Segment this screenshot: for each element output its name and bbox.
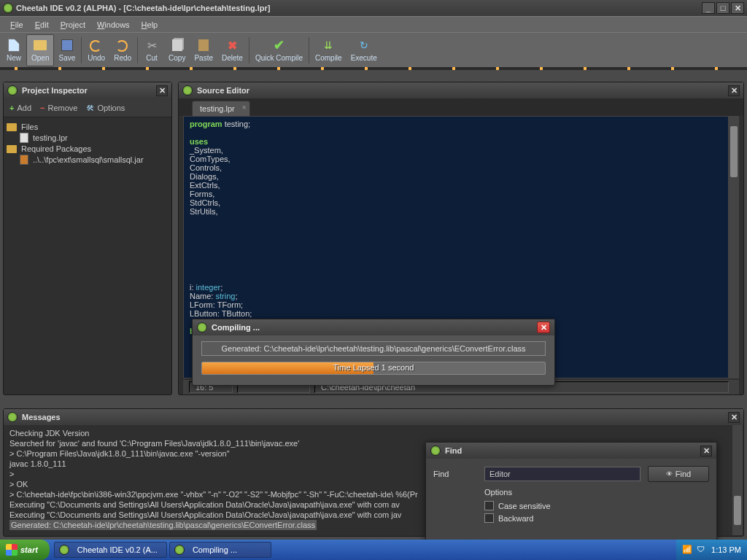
- cheetah-icon: [7, 85, 18, 96]
- toolbar: New Open Save Undo Redo ✂Cut Copy Paste …: [0, 32, 747, 67]
- menu-windows[interactable]: Windows: [91, 19, 136, 31]
- cheetah-icon: [182, 85, 193, 96]
- save-button[interactable]: Save: [54, 34, 80, 66]
- cheetah-icon: [430, 446, 441, 456]
- folder-icon: [7, 123, 17, 131]
- panel-title: Source Editor: [197, 86, 728, 95]
- system-tray[interactable]: 📶 🛡 1:13 PM: [676, 540, 747, 560]
- project-inspector-panel: Project Inspector ✕ +Add −Remove 🛠Option…: [3, 82, 172, 395]
- project-tree: Files testing.lpr Required Packages ..\.…: [4, 117, 171, 394]
- panel-title: Messages: [22, 413, 728, 421]
- progress-text: Time Lapsed 1 second: [202, 363, 545, 372]
- remove-button[interactable]: −Remove: [40, 104, 77, 112]
- editor-tab[interactable]: testing.lpr: [192, 101, 250, 116]
- menu-edit[interactable]: Edit: [29, 19, 55, 31]
- panel-header: Project Inspector ✕: [4, 82, 171, 98]
- dialog-title: Compiling ...: [212, 323, 537, 332]
- redo-button[interactable]: Redo: [109, 34, 136, 66]
- new-button[interactable]: New: [1, 34, 26, 66]
- menu-help[interactable]: Help: [136, 19, 164, 31]
- menubar: File Edit Project Windows Help: [0, 16, 747, 32]
- compiling-dialog: Compiling ... ✕ Generated: C:\cheetah-id…: [192, 319, 555, 386]
- copy-button[interactable]: Copy: [164, 34, 190, 66]
- panel-close-button[interactable]: ✕: [728, 85, 740, 96]
- windows-logo-icon: [6, 544, 18, 556]
- menu-file[interactable]: File: [4, 19, 29, 31]
- panel-title: Project Inspector: [22, 86, 156, 95]
- tree-folder-files[interactable]: Files: [7, 122, 169, 132]
- dialog-close-button[interactable]: ✕: [700, 446, 712, 456]
- delete-button[interactable]: ✖Delete: [217, 34, 247, 66]
- dialog-close-button[interactable]: ✕: [537, 322, 550, 333]
- backward-checkbox[interactable]: Backward: [484, 513, 709, 523]
- cheetah-icon: [197, 322, 207, 332]
- toolbar-separator: [309, 37, 309, 63]
- options-button[interactable]: 🛠Options: [86, 104, 125, 112]
- open-button[interactable]: Open: [26, 34, 54, 66]
- tree-folder-packages[interactable]: Required Packages: [7, 144, 169, 154]
- file-icon: [20, 133, 28, 143]
- toolbar-separator: [137, 37, 138, 63]
- toolbar-separator: [81, 37, 82, 63]
- case-sensitive-checkbox[interactable]: Case sensitive: [484, 501, 709, 510]
- options-label: Options: [484, 488, 709, 497]
- compile-button[interactable]: ⇊Compile: [311, 34, 347, 66]
- panel-close-button[interactable]: ✕: [156, 85, 168, 96]
- dialog-header[interactable]: Compiling ... ✕: [193, 319, 554, 335]
- clock: 1:13 PM: [711, 545, 741, 554]
- app-titlebar: Cheetah IDE v0.2 (ALPHA) - [C:\cheetah-i…: [0, 0, 747, 16]
- toolbar-separator: [249, 37, 249, 63]
- taskbar-item[interactable]: Compiling ...: [169, 542, 271, 558]
- separator-bar: [0, 67, 747, 70]
- execute-button[interactable]: ↻Execute: [347, 34, 382, 66]
- network-icon[interactable]: 📶: [682, 545, 692, 555]
- minimize-button[interactable]: _: [702, 2, 715, 14]
- editor-tabs: testing.lpr: [179, 98, 743, 116]
- app-title: Cheetah IDE v0.2 (ALPHA) - [C:\cheetah-i…: [16, 4, 702, 12]
- taskbar-item[interactable]: Cheetah IDE v0.2 (A...: [54, 542, 167, 558]
- compile-message: Generated: C:\cheetah-ide\lpr\cheetah\te…: [201, 341, 546, 356]
- cheetah-icon: [174, 545, 185, 555]
- paste-button[interactable]: Paste: [190, 34, 217, 66]
- panel-header: Messages ✕: [4, 409, 743, 425]
- start-button[interactable]: start: [0, 540, 50, 560]
- checkbox-icon: [484, 501, 494, 510]
- progress-bar: Time Lapsed 1 second: [201, 362, 546, 375]
- tree-file[interactable]: testing.lpr: [7, 132, 169, 144]
- vertical-scrollbar[interactable]: [729, 116, 739, 378]
- maximize-button[interactable]: □: [716, 2, 729, 14]
- add-button[interactable]: +Add: [9, 104, 31, 112]
- quick-compile-button[interactable]: ✔Quick Compile: [251, 34, 307, 66]
- cut-button[interactable]: ✂Cut: [139, 34, 164, 66]
- inspector-toolbar: +Add −Remove 🛠Options: [4, 98, 171, 117]
- close-button[interactable]: ✕: [731, 2, 744, 14]
- vertical-scrollbar[interactable]: [732, 425, 743, 535]
- cheetah-icon: [7, 412, 18, 422]
- panel-close-button[interactable]: ✕: [728, 412, 740, 423]
- tree-package[interactable]: ..\..\fpc\ext\smallsql\smallsql.jar: [7, 154, 169, 166]
- dialog-header[interactable]: Find ✕: [426, 443, 716, 459]
- app-icon: [3, 3, 13, 13]
- find-button[interactable]: 👁Find: [648, 466, 709, 482]
- find-input[interactable]: [484, 467, 640, 481]
- cheetah-icon: [59, 545, 69, 555]
- panel-header: Source Editor ✕: [179, 82, 743, 98]
- jar-icon: [20, 155, 28, 165]
- tray-icon[interactable]: 🛡: [697, 545, 707, 555]
- undo-button[interactable]: Undo: [83, 34, 109, 66]
- menu-project[interactable]: Project: [55, 19, 91, 31]
- dialog-title: Find: [445, 446, 700, 455]
- find-label: Find: [433, 470, 477, 478]
- checkbox-icon: [484, 513, 494, 523]
- folder-icon: [7, 145, 17, 153]
- window-controls: _ □ ✕: [702, 2, 744, 14]
- taskbar: start Cheetah IDE v0.2 (A... Compiling .…: [0, 540, 747, 560]
